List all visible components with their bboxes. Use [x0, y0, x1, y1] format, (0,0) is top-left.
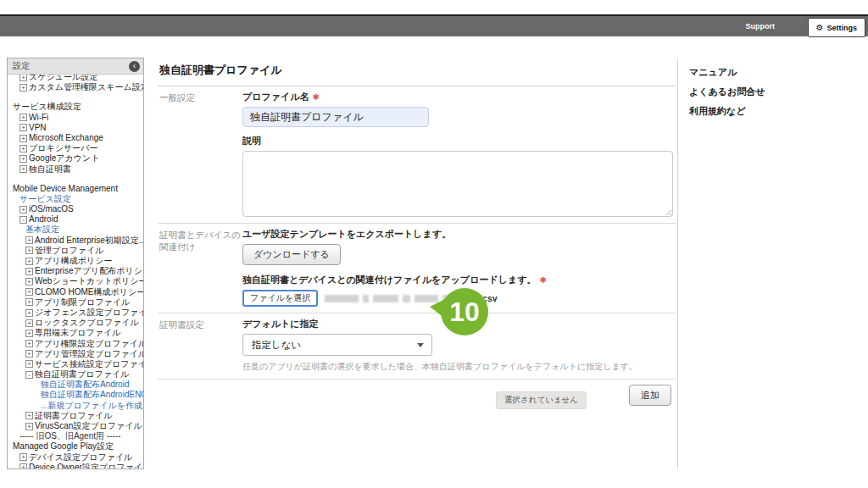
expand-toggle-icon[interactable] [25, 309, 33, 317]
sidebar-tree-item: Managed Google Play設定 [11, 441, 142, 452]
sidebar-tree-item[interactable]: Wi-Fi [11, 113, 142, 123]
sidebar-item-label: デバイス設定プロファイル [29, 452, 132, 463]
profile-name-input[interactable] [242, 107, 429, 127]
sidebar-tree-item[interactable]: 独自証明書プロファイル [11, 369, 142, 380]
sidebar-header: 設定 ‹ [8, 58, 143, 75]
expand-toggle-icon[interactable] [19, 84, 27, 92]
expand-toggle-icon[interactable] [25, 371, 33, 379]
sidebar-tree-item[interactable]: Android Enterprise初期設定... [11, 236, 142, 246]
main-navbar: Support ⚙ Settings [0, 16, 868, 36]
nav-support-link[interactable]: Support [746, 22, 776, 30]
required-mark: ✱ [313, 92, 320, 102]
sidebar-tree-item[interactable]: VPN [11, 123, 142, 133]
sidebar-tree-item[interactable]: アプリ管理設定プロファイル [11, 349, 142, 359]
profile-name-label-text: プロファイル名 [242, 92, 309, 102]
sidebar-tree-item[interactable]: ロックタスクプロファイル [11, 318, 142, 328]
help-panel: マニュアル よくあるお問合せ 利用規約など [677, 58, 868, 469]
expand-toggle-icon[interactable] [25, 278, 33, 286]
sidebar-tree-item[interactable]: アプリ制限プロファイル [11, 297, 142, 308]
sidebar-tree-item[interactable]: Android [11, 214, 142, 225]
sidebar-item-label: サービス設定 [19, 194, 71, 204]
expand-toggle-icon[interactable] [25, 288, 33, 296]
association-section-label: 証明書とデバイスの関連付け [158, 228, 242, 307]
settings-tab-label: Settings [826, 24, 857, 32]
sidebar-tree-item[interactable]: VirusScan設定プロファイル [11, 421, 142, 431]
sidebar-tree-item[interactable]: 独自証明書 [11, 164, 142, 175]
expand-toggle-icon[interactable] [25, 268, 33, 275]
expand-toggle-icon[interactable] [25, 330, 33, 337]
sidebar-item-label: Device Owner設定プロファイル [29, 463, 143, 469]
sidebar-title: 設定 [13, 60, 30, 72]
expand-toggle-icon[interactable] [25, 340, 33, 347]
expand-toggle-icon[interactable] [19, 114, 27, 121]
sidebar-tree-item[interactable]: アプリ構成ポリシー [11, 256, 142, 266]
nav-settings-tab[interactable]: ⚙ Settings [808, 18, 865, 37]
expand-toggle-icon[interactable] [19, 463, 27, 469]
expand-toggle-icon[interactable] [19, 75, 27, 81]
sidebar-tree-item[interactable]: 独自証明書配布AndroidENG [11, 390, 142, 400]
callout-number: 10 [441, 288, 488, 336]
sidebar-item-label: ジオフェンス設定プロファイル [35, 308, 143, 318]
expand-toggle-icon[interactable] [25, 258, 33, 265]
expand-toggle-icon[interactable] [25, 412, 33, 419]
sidebar-tree-item[interactable]: Googleアカウント [11, 153, 142, 164]
sidebar-item-label: 基本設定 [25, 225, 59, 235]
sidebar-tree-item[interactable]: iOS/macOS [11, 204, 142, 214]
sidebar-item-label: ロックタスクプロファイル [35, 318, 139, 328]
sidebar-tree-item[interactable]: サービス接続設定プロファイル [11, 359, 142, 369]
sidebar-tree-item[interactable]: 基本設定 [11, 225, 142, 235]
download-button[interactable]: ダウンロードする [242, 244, 341, 265]
sidebar-item-label: Android [29, 214, 58, 225]
add-button[interactable]: 追加 [629, 385, 671, 406]
expand-toggle-icon[interactable] [19, 206, 27, 214]
sidebar-tree-item[interactable]: サービス設定 [11, 194, 142, 204]
page-title: 独自証明書プロファイル [158, 58, 676, 86]
sidebar-item-label: CLOMO HOME構成ポリシー [35, 287, 143, 297]
file-select-button[interactable]: ファイルを選択 [242, 290, 318, 307]
expand-toggle-icon[interactable] [25, 298, 33, 306]
expand-toggle-icon[interactable] [25, 350, 33, 358]
expand-toggle-icon[interactable] [25, 319, 33, 327]
default-select[interactable]: 指定しない [242, 334, 432, 356]
expand-toggle-icon[interactable] [19, 124, 27, 131]
expand-toggle-icon[interactable] [25, 247, 33, 254]
sidebar-tree-item[interactable]: CLOMO HOME構成ポリシー [11, 287, 142, 297]
resize-grip-icon[interactable] [664, 208, 671, 215]
sidebar-tree-item[interactable]: スケジュール設定 [11, 75, 142, 82]
expand-toggle-icon[interactable] [19, 216, 27, 224]
required-mark: ✱ [539, 275, 546, 285]
step-callout-badge: 10 [441, 288, 488, 336]
sidebar-tree-item[interactable]: Webショートカットポリシー [11, 276, 142, 286]
sidebar-tree-item[interactable]: 専用端末プロファイル [11, 328, 142, 338]
expand-toggle-icon[interactable] [25, 236, 33, 244]
sidebar-collapse-icon[interactable]: ‹ [129, 61, 140, 72]
expand-toggle-icon[interactable] [19, 135, 27, 142]
expand-toggle-icon[interactable] [19, 155, 27, 163]
sidebar-tree-item[interactable]: プロキシサーバー [11, 143, 142, 153]
sidebar-item-label: VPN [29, 123, 47, 133]
sidebar-tree-item[interactable]: 独自証明書配布Android [11, 380, 142, 390]
upload-text: 独自証明書とデバイスとの関連付けファイルをアップロードします。✱ [242, 274, 676, 286]
sidebar-item-label: Android Enterprise初期設定... [35, 236, 143, 246]
sidebar-item-label: スケジュール設定 [29, 75, 97, 82]
main-content: 独自証明書プロファイル 一般設定 プロファイル名✱ 説明 証明書とデバイスの関連… [158, 58, 676, 406]
description-textarea[interactable] [242, 151, 673, 217]
sidebar-tree-item[interactable]: Microsoft Exchange [11, 133, 142, 143]
expand-toggle-icon[interactable] [19, 165, 27, 173]
expand-toggle-icon[interactable] [19, 453, 27, 461]
sidebar-tree-item[interactable]: Enterpriseアプリ配布ポリシー [11, 266, 142, 276]
expand-toggle-icon[interactable] [25, 360, 33, 368]
sidebar-tree-item[interactable]: 管理プロファイル [11, 246, 142, 256]
sidebar-item-label: 管理プロファイル [35, 246, 103, 256]
general-section-label: 一般設定 [158, 91, 242, 217]
sidebar-tree-item[interactable]: Device Owner設定プロファイル [11, 463, 142, 469]
sidebar-item-label: 証明書プロファイル [35, 411, 112, 421]
sidebar-tree-item[interactable]: ...新規プロファイルを作成 [11, 401, 142, 411]
sidebar-tree-item[interactable]: 証明書プロファイル [11, 411, 142, 421]
expand-toggle-icon[interactable] [25, 423, 33, 430]
sidebar-tree-item[interactable]: カスタム管理権限スキーム設定 [11, 82, 142, 92]
sidebar-tree-item[interactable]: デバイス設定プロファイル [11, 452, 142, 463]
sidebar-tree-item[interactable]: ジオフェンス設定プロファイル [11, 308, 142, 318]
sidebar-tree-item[interactable]: アプリ権限設定プロファイル [11, 339, 142, 349]
expand-toggle-icon[interactable] [19, 145, 27, 152]
